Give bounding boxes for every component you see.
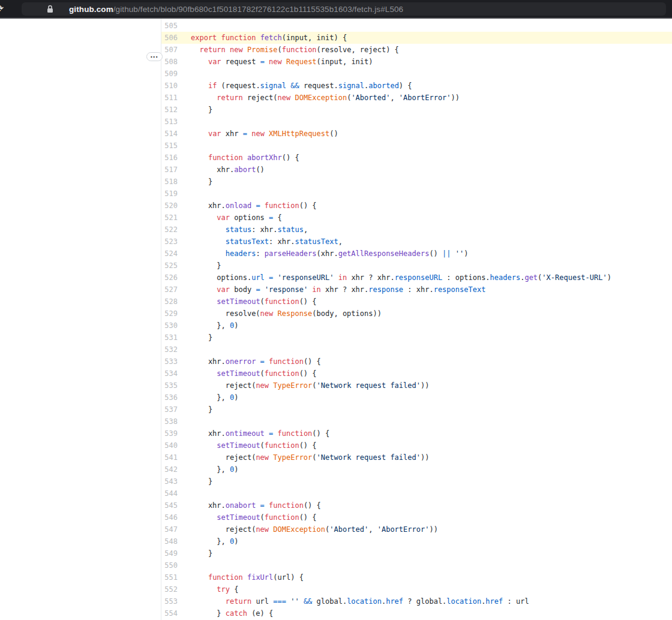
line-number[interactable]: 511 [161, 92, 183, 104]
code-line: 546 setTimeout(function() { [161, 511, 672, 523]
line-number[interactable]: 526 [161, 272, 183, 284]
url-path: /github/fetch/blob/90fb680c1f50181782f27… [113, 5, 403, 14]
line-number[interactable]: 525 [161, 260, 183, 272]
code-text: return url === '' && global.location.hre… [183, 595, 529, 607]
code-text: status: xhr.status, [183, 224, 308, 236]
line-number[interactable]: 540 [161, 440, 183, 452]
line-number[interactable]: 535 [161, 380, 183, 392]
line-number[interactable]: 550 [161, 559, 183, 571]
code-line: 547 reject(new DOMException('Aborted', '… [161, 523, 672, 535]
lock-icon[interactable] [47, 5, 53, 13]
code-text: try { [183, 583, 239, 595]
code-text: } [183, 404, 212, 416]
line-number[interactable]: 515 [161, 140, 183, 152]
code-text: var xhr = new XMLHttpRequest() [183, 128, 338, 140]
line-number[interactable]: 552 [161, 583, 183, 595]
expand-hunk-button[interactable]: ••• [146, 52, 163, 61]
code-line: 534 setTimeout(function() { [161, 368, 672, 380]
line-number[interactable]: 513 [161, 116, 183, 128]
line-number[interactable]: 531 [161, 332, 183, 344]
line-number[interactable]: 546 [161, 511, 183, 523]
code-line: 525 } [161, 260, 672, 272]
code-line: 542 }, 0) [161, 464, 672, 475]
code-text [183, 487, 191, 499]
line-number[interactable]: 534 [161, 368, 183, 380]
line-number[interactable]: 539 [161, 428, 183, 440]
line-number[interactable]: 507 [161, 44, 183, 56]
code-rows: 505506export function fetch(input, init)… [161, 20, 672, 619]
code-text [183, 116, 191, 128]
line-number[interactable]: 544 [161, 487, 183, 499]
code-line: 544 [161, 487, 672, 499]
line-number[interactable]: 530 [161, 320, 183, 332]
code-line: 514 var xhr = new XMLHttpRequest() [161, 128, 672, 140]
line-number[interactable]: 536 [161, 392, 183, 404]
line-number[interactable]: 520 [161, 200, 183, 212]
line-number[interactable]: 524 [161, 248, 183, 260]
line-number[interactable]: 523 [161, 236, 183, 248]
line-number[interactable]: 509 [161, 68, 183, 80]
line-number[interactable]: 527 [161, 284, 183, 296]
code-text: }, 0) [183, 464, 239, 475]
code-text: } [183, 475, 212, 487]
code-line: 543 } [161, 475, 672, 487]
line-number[interactable]: 528 [161, 296, 183, 308]
code-line: 520 xhr.onload = function() { [161, 200, 672, 212]
line-number[interactable]: 538 [161, 416, 183, 428]
code-line: 515 [161, 140, 672, 152]
code-text: reject(new TypeError('Network request fa… [183, 380, 429, 392]
code-line: 548 }, 0) [161, 535, 672, 547]
line-number[interactable]: 532 [161, 344, 183, 356]
code-text [183, 416, 191, 428]
line-number[interactable]: 505 [161, 20, 183, 32]
line-number[interactable]: 545 [161, 499, 183, 511]
line-number[interactable]: 547 [161, 523, 183, 535]
code-text: setTimeout(function() { [183, 296, 317, 308]
line-number[interactable]: 508 [161, 56, 183, 68]
code-text: xhr.onerror = function() { [183, 356, 321, 368]
code-text: headers: parseHeaders(xhr.getAllResponse… [183, 248, 468, 260]
code-line: 512 } [161, 104, 672, 116]
line-number[interactable]: 543 [161, 475, 183, 487]
code-line: 510 if (request.signal && request.signal… [161, 80, 672, 92]
reload-icon[interactable]: ⟳ [0, 2, 7, 16]
code-text [183, 20, 191, 32]
code-line: 516 function abortXhr() { [161, 152, 672, 164]
code-text: } catch (e) { [183, 607, 273, 619]
line-number[interactable]: 522 [161, 224, 183, 236]
line-number[interactable]: 512 [161, 104, 183, 116]
code-line: 541 reject(new TypeError('Network reques… [161, 452, 672, 464]
line-number[interactable]: 537 [161, 404, 183, 416]
line-number[interactable]: 551 [161, 571, 183, 583]
line-number[interactable]: 529 [161, 308, 183, 320]
github-blob-page: 505506export function fetch(input, init)… [0, 19, 672, 620]
line-number[interactable]: 506 [161, 32, 183, 44]
code-text: statusText: xhr.statusText, [183, 236, 343, 248]
code-line: 507 return new Promise(function(resolve,… [161, 44, 672, 56]
line-number[interactable]: 517 [161, 164, 183, 176]
line-number[interactable]: 542 [161, 464, 183, 475]
code-text: setTimeout(function() { [183, 511, 317, 523]
line-number[interactable]: 541 [161, 452, 183, 464]
code-line: 521 var options = { [161, 212, 672, 224]
line-number[interactable]: 553 [161, 595, 183, 607]
line-number[interactable]: 516 [161, 152, 183, 164]
code-line: 553 return url === '' && global.location… [161, 595, 672, 607]
code-text: function abortXhr() { [183, 152, 299, 164]
line-number[interactable]: 519 [161, 188, 183, 200]
line-number[interactable]: 533 [161, 356, 183, 368]
address-bar[interactable]: github.com/github/fetch/blob/90fb680c1f5… [22, 2, 666, 16]
code-text: }, 0) [183, 392, 239, 404]
code-text: xhr.ontimeout = function() { [183, 428, 329, 440]
line-number[interactable]: 548 [161, 535, 183, 547]
line-number[interactable]: 554 [161, 607, 183, 619]
code-text: } [183, 104, 212, 116]
line-number[interactable]: 518 [161, 176, 183, 188]
line-number[interactable]: 514 [161, 128, 183, 140]
code-line: 511 return reject(new DOMException('Abor… [161, 92, 672, 104]
line-number[interactable]: 521 [161, 212, 183, 224]
line-number[interactable]: 549 [161, 547, 183, 559]
code-line: 505 [161, 20, 672, 32]
line-number[interactable]: 510 [161, 80, 183, 92]
code-line: 506export function fetch(input, init) { [161, 32, 672, 44]
